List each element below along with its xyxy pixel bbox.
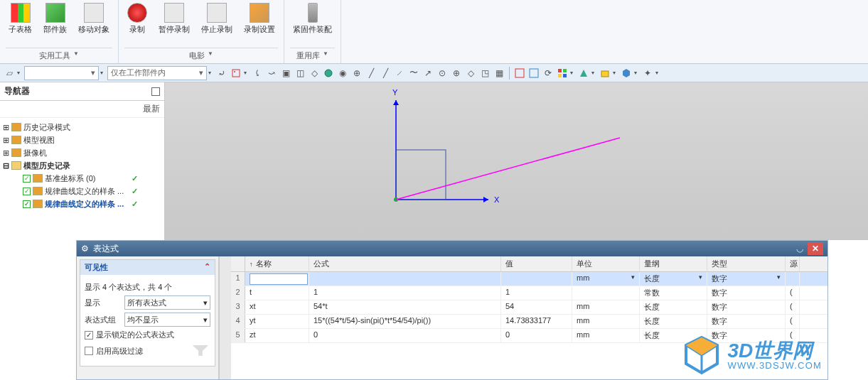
label: 紧固件装配 xyxy=(293,24,332,35)
tool-icon[interactable] xyxy=(527,67,540,80)
tree-node-spline-selected[interactable]: ✓规律曲线定义的样条 ...✓ xyxy=(1,197,163,210)
tool-icon[interactable]: ⟳ xyxy=(542,67,554,80)
tree-node[interactable]: ⊟模型历史记录 xyxy=(1,159,163,172)
tree-node[interactable]: ⊞模型视图 xyxy=(1,134,163,146)
tool-icon[interactable] xyxy=(513,67,526,80)
dd[interactable]: ▾ xyxy=(591,67,597,80)
table-row[interactable]: 4yt15*((54*t/54)-sin(pi()*t*54/54)/pi())… xyxy=(231,315,827,329)
tool-icon[interactable]: ╱ xyxy=(365,67,377,80)
record-settings-button[interactable]: 录制设置 xyxy=(241,1,278,36)
advfilter-checkbox[interactable] xyxy=(85,347,93,355)
tool-icon[interactable]: ⊙ xyxy=(436,67,449,80)
filter-icon[interactable] xyxy=(191,343,210,357)
sidebar-scrollbar[interactable] xyxy=(219,256,231,379)
chevron-down-icon[interactable]: ▼ xyxy=(208,50,213,61)
name-input[interactable] xyxy=(250,273,308,285)
family-icon xyxy=(45,3,65,23)
tool-icon[interactable]: ✦ xyxy=(641,67,654,80)
tool-icon[interactable] xyxy=(322,67,335,80)
tool-icon[interactable]: ⤻ xyxy=(265,67,278,80)
table-row[interactable]: 5zt00mm长度数字( xyxy=(231,329,827,343)
col-rownum[interactable] xyxy=(231,256,245,271)
navigator-panel: 导航器 最新 ⊞历史记录模式 ⊞模型视图 ⊞摄像机 ⊟模型历史记录 ✓基准坐标系… xyxy=(0,82,165,240)
tool-icon[interactable]: ◇ xyxy=(308,67,321,80)
col-dim[interactable]: 量纲 xyxy=(640,256,707,271)
tool-icon[interactable] xyxy=(620,67,633,80)
col-type[interactable]: 类型 xyxy=(707,256,786,271)
dd[interactable]: ▾ xyxy=(100,67,106,80)
tool-icon[interactable] xyxy=(230,67,242,80)
tool-icon[interactable]: ▦ xyxy=(493,67,505,80)
checkbox[interactable]: ✓ xyxy=(23,188,31,195)
dd[interactable]: ▾ xyxy=(244,67,250,80)
tool-icon[interactable]: ◇ xyxy=(464,67,477,80)
dd[interactable]: ▾ xyxy=(613,67,618,80)
col-name[interactable]: ↑名称 xyxy=(245,256,309,271)
tree-node-csys[interactable]: ✓基准坐标系 (0)✓ xyxy=(1,172,163,185)
col-formula[interactable]: 公式 xyxy=(309,256,501,271)
close-button[interactable]: ✕ xyxy=(808,242,823,255)
show-combo[interactable]: 所有表达式▾ xyxy=(124,295,210,310)
record-button[interactable]: 录制 xyxy=(124,1,150,36)
tree-node-spline[interactable]: ✓规律曲线定义的样条 ...✓ xyxy=(1,185,163,197)
tool-icon[interactable] xyxy=(577,67,590,80)
count-text: 显示 4 个表达式，共 4 个 xyxy=(85,282,210,293)
tree-node[interactable]: ⊞历史记录模式 xyxy=(1,121,163,134)
chevron-down-icon[interactable]: ▼ xyxy=(323,50,328,61)
dd[interactable]: ▾ xyxy=(570,67,576,80)
tool-icon[interactable]: ╱ xyxy=(379,67,392,80)
scope-combo[interactable]: 仅在工作部件内▾ xyxy=(107,66,207,80)
dd[interactable]: ▾ xyxy=(208,67,214,80)
dd[interactable]: ▾ xyxy=(634,67,640,80)
pin-icon[interactable] xyxy=(151,87,160,96)
tool-icon[interactable] xyxy=(556,67,569,80)
dd[interactable]: ▾ xyxy=(17,67,23,80)
col-src[interactable]: 源 xyxy=(786,256,800,271)
checkbox[interactable]: ✓ xyxy=(23,200,31,208)
help-icon[interactable]: ◡ xyxy=(793,242,806,255)
checkbox[interactable]: ✓ xyxy=(23,175,31,183)
check-icon: ✓ xyxy=(132,172,138,185)
visibility-header: 可见性 xyxy=(85,262,108,273)
tool-icon[interactable]: ◫ xyxy=(294,67,306,80)
expression-titlebar[interactable]: ⚙ 表达式 ◡ ✕ xyxy=(77,241,827,256)
svg-rect-8 xyxy=(563,74,567,77)
col-unit[interactable]: 单位 xyxy=(572,256,640,271)
tool-icon[interactable]: ⊕ xyxy=(350,67,363,80)
filter-icon[interactable]: ▱ xyxy=(3,67,16,80)
selection-scope-combo[interactable]: ▾ xyxy=(24,66,99,80)
tool-icon[interactable]: ⤾ xyxy=(215,67,228,80)
group-combo[interactable]: 均不显示▾ xyxy=(124,313,210,327)
part-family-button[interactable]: 部件族 xyxy=(41,1,70,36)
collapse-icon[interactable]: ⌃ xyxy=(204,262,210,273)
tool-icon[interactable]: ↗ xyxy=(422,67,434,80)
tool-icon[interactable]: 〜 xyxy=(407,67,420,80)
chevron-down-icon[interactable]: ▼ xyxy=(73,50,79,61)
dd[interactable]: ▾ xyxy=(655,67,661,80)
child-grid-button[interactable]: 子表格 xyxy=(6,1,35,36)
expression-title: 表达式 xyxy=(93,243,119,255)
table-row[interactable]: 1 mm▾ 长度▾ 数字▾ xyxy=(231,272,827,286)
tool-icon[interactable]: ▣ xyxy=(279,67,292,80)
tool-icon[interactable]: ⟋ xyxy=(393,67,406,80)
pause-record-button[interactable]: 暂停录制 xyxy=(156,1,193,36)
move-object-button[interactable]: 移动对象 xyxy=(75,1,112,36)
ribbon: 子表格 部件族 移动对象 实用工具▼ 录制 暂停录制 停止录制 录制设置 电影▼… xyxy=(0,0,868,64)
tool-icon[interactable]: ⤹ xyxy=(251,67,264,80)
check-icon: ✓ xyxy=(132,185,138,197)
tool-icon[interactable]: ◉ xyxy=(336,67,349,80)
tool-icon[interactable]: ◳ xyxy=(478,67,491,80)
viewport[interactable]: X Y xyxy=(165,82,868,240)
tool-icon[interactable] xyxy=(599,67,611,80)
stop-record-button[interactable]: 停止录制 xyxy=(198,1,235,36)
lock-checkbox[interactable]: ✓ xyxy=(85,331,93,340)
fastener-button[interactable]: 紧固件装配 xyxy=(290,1,335,36)
tree-node[interactable]: ⊞摄像机 xyxy=(1,146,163,159)
work-area: 导航器 最新 ⊞历史记录模式 ⊞模型视图 ⊞摄像机 ⊟模型历史记录 ✓基准坐标系… xyxy=(0,82,868,240)
nav-latest[interactable]: 最新 xyxy=(0,101,164,118)
table-row[interactable]: 2t11常数数字( xyxy=(231,286,827,300)
ribbon-group-movie: 录制 暂停录制 停止录制 录制设置 电影▼ xyxy=(119,0,284,63)
tool-icon[interactable]: ⊕ xyxy=(450,67,463,80)
col-value[interactable]: 值 xyxy=(501,256,572,271)
table-row[interactable]: 3xt54*t54mm长度数字( xyxy=(231,300,827,315)
